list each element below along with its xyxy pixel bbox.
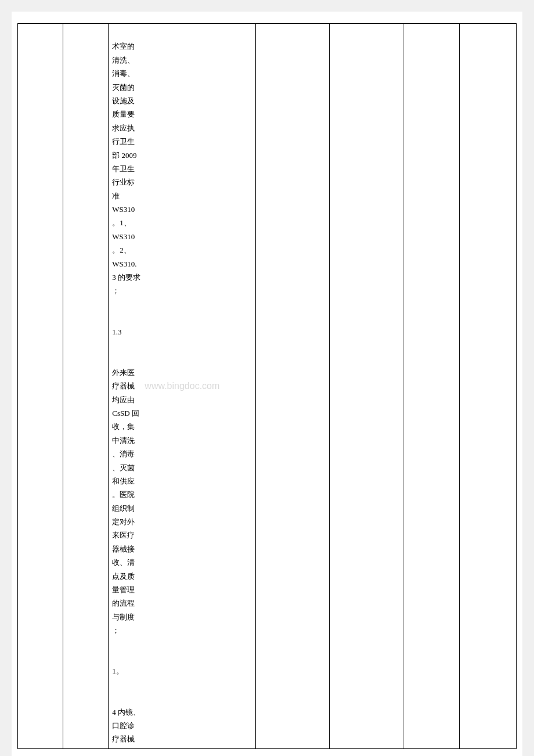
- main-table: 术室的 清洗、 消毒、 灭菌的 设施及 质量要 求应执 行卫生 部 2009 年…: [17, 23, 517, 749]
- section-1-4-indent: 1。: [112, 667, 124, 675]
- table-cell-col6: [403, 24, 460, 749]
- table-cell-col1: [18, 24, 63, 749]
- table-cell-col7: [460, 24, 517, 749]
- table-cell-col5: [330, 24, 403, 749]
- section-1-3-indent: 1.3: [112, 327, 121, 336]
- table-cell-col2: [63, 24, 109, 749]
- content-text: 术室的 清洗、 消毒、 灭菌的 设施及 质量要 求应执 行卫生 部 2009 年…: [112, 26, 252, 746]
- page-container: 术室的 清洗、 消毒、 灭菌的 设施及 质量要 求应执 行卫生 部 2009 年…: [12, 12, 522, 756]
- table-cell-content: 术室的 清洗、 消毒、 灭菌的 设施及 质量要 求应执 行卫生 部 2009 年…: [109, 24, 256, 749]
- table-cell-col4: [256, 24, 330, 749]
